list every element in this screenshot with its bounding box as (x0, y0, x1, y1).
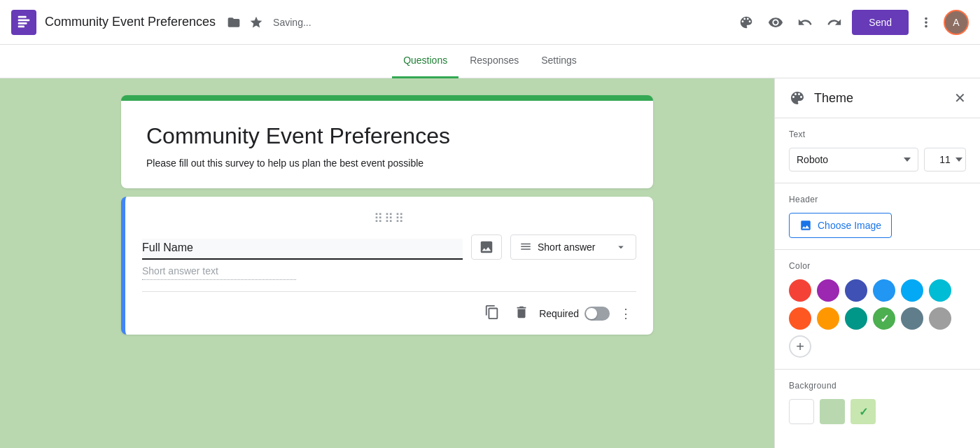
main-layout: Community Event Preferences Please fill … (0, 78, 980, 448)
send-button[interactable]: Send (852, 10, 909, 35)
choose-image-label: Choose Image (818, 220, 881, 231)
form-header-card: Community Event Preferences Please fill … (121, 95, 653, 188)
toggle-thumb (586, 308, 597, 319)
bg-swatch-selected-green[interactable] (850, 399, 876, 424)
color-swatch-grey[interactable] (929, 307, 951, 330)
tab-questions[interactable]: Questions (392, 45, 458, 78)
color-swatch-red[interactable] (789, 279, 811, 302)
color-swatch-purple[interactable] (817, 279, 839, 302)
color-swatch-blue[interactable] (873, 279, 895, 302)
theme-panel: Theme ✕ Text Roboto Arial Georgia 11 12 … (774, 78, 980, 448)
theme-header-left: Theme (789, 90, 853, 106)
question-type-dropdown[interactable]: Short answer (510, 234, 636, 260)
font-family-select[interactable]: Roboto Arial Georgia (789, 148, 918, 172)
theme-color-section: Color + (775, 250, 980, 370)
close-theme-panel-button[interactable]: ✕ (954, 90, 966, 106)
form-description: Please fill out this survey to help us p… (146, 158, 628, 169)
bg-swatch-white[interactable] (789, 399, 814, 424)
required-toggle[interactable] (584, 307, 610, 321)
color-swatch-light-blue[interactable] (901, 279, 923, 302)
undo-button[interactable] (793, 10, 817, 34)
folder-button[interactable] (223, 11, 245, 34)
question-card: ⠿⠿⠿ Short answer Short answer text (121, 197, 653, 335)
svg-rect-0 (18, 15, 27, 18)
topbar-actions: Send A (734, 10, 969, 35)
question-input-row: Short answer (142, 234, 636, 260)
svg-rect-1 (18, 19, 30, 21)
app-logo (11, 10, 36, 35)
image-icon (799, 219, 812, 232)
topbar: Community Event Preferences Saving... Se… (0, 0, 980, 45)
star-button[interactable] (245, 11, 267, 34)
avatar[interactable]: A (944, 10, 969, 35)
tab-navigation: Questions Responses Settings (0, 45, 980, 78)
tab-responses[interactable]: Responses (458, 45, 530, 78)
drag-handle: ⠿⠿⠿ (142, 211, 636, 226)
duplicate-button[interactable] (480, 300, 504, 326)
color-swatch-teal[interactable] (845, 307, 867, 330)
background-section-label: Background (789, 381, 966, 391)
color-swatch-orange[interactable] (817, 307, 839, 330)
color-swatch-deep-orange[interactable] (789, 307, 811, 330)
saving-status: Saving... (273, 17, 311, 28)
color-swatch-green[interactable] (873, 307, 895, 330)
svg-rect-3 (18, 25, 24, 27)
delete-button[interactable] (510, 300, 533, 326)
background-swatches (789, 399, 966, 424)
tab-settings[interactable]: Settings (530, 45, 588, 78)
form-title: Community Event Preferences (146, 123, 628, 149)
forms-icon (16, 15, 31, 30)
add-custom-color-button[interactable]: + (789, 335, 811, 358)
theme-text-section: Text Roboto Arial Georgia 11 12 14 (775, 118, 980, 183)
short-answer-placeholder: Short answer text (142, 265, 296, 280)
color-section-label: Color (789, 261, 966, 271)
color-swatch-blue-grey[interactable] (901, 307, 923, 330)
color-swatch-cyan[interactable] (929, 279, 951, 302)
add-image-button[interactable] (471, 234, 502, 260)
font-size-select[interactable]: 11 12 14 (924, 148, 966, 172)
palette-button[interactable] (734, 10, 758, 34)
form-area: Community Event Preferences Please fill … (0, 78, 774, 448)
font-row: Roboto Arial Georgia 11 12 14 (789, 148, 966, 172)
document-title: Community Event Preferences (45, 15, 216, 29)
theme-panel-header: Theme ✕ (775, 78, 980, 118)
text-section-label: Text (789, 130, 966, 139)
theme-header-section: Header Choose Image (775, 183, 980, 250)
svg-rect-2 (18, 22, 27, 24)
bg-swatch-light-green[interactable] (820, 399, 845, 424)
theme-background-section: Background (775, 370, 980, 435)
question-title-input[interactable] (142, 239, 463, 260)
color-grid: + (789, 279, 966, 358)
theme-palette-icon (789, 90, 806, 106)
required-toggle-row: Required (539, 307, 610, 321)
question-type-label: Short answer (538, 241, 595, 253)
question-more-button[interactable]: ⋮ (615, 302, 636, 326)
header-section-label: Header (789, 195, 966, 204)
question-input-wrapper (142, 239, 463, 260)
question-toolbar: Required ⋮ (142, 291, 636, 335)
redo-button[interactable] (822, 10, 846, 34)
choose-image-button[interactable]: Choose Image (789, 213, 892, 238)
more-options-button[interactable] (914, 10, 938, 34)
theme-panel-title: Theme (814, 91, 853, 106)
preview-button[interactable] (764, 10, 788, 34)
color-swatch-indigo[interactable] (845, 279, 867, 302)
required-label: Required (539, 308, 579, 319)
